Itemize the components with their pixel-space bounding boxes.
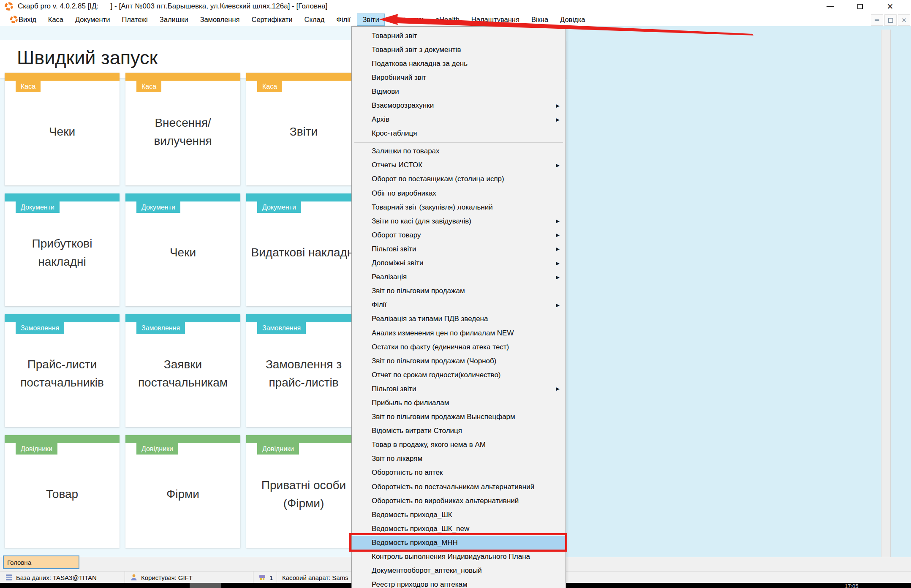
dropdown-menu-item[interactable]: Звіт по пільговим продажам (Чорноб) ▶ [352, 354, 566, 368]
dropdown-item-label: Анализ изменения цен по филиалам NEW [372, 329, 514, 338]
dropdown-menu-item[interactable]: Звіт по лікарям ▶ [352, 452, 566, 466]
dropdown-item-label: Ведомость прихода_ШК_new [372, 525, 469, 533]
dropdown-menu-item[interactable]: Оборотність по виробниках альтернативний… [352, 494, 566, 508]
window-title-bar: Скарб pro v. 4.0.2.85 [ІД: ] - [Апт №003… [0, 0, 911, 13]
dropdown-item-label: Оборотність по виробниках альтернативний [372, 497, 519, 505]
dropdown-menu-item[interactable]: Остатки по факту (единичная атека тест) … [352, 340, 566, 354]
dropdown-menu-item[interactable]: Виробничий звіт ▶ [352, 71, 566, 84]
dropdown-menu-item[interactable]: Прибыль по филиалам ▶ [352, 396, 566, 410]
dropdown-item-label: Обіг по виробниках [372, 189, 436, 198]
quick-launch-tile[interactable]: Каса Внесення/вилучення [125, 73, 240, 185]
tile-label: Звіти [250, 81, 358, 183]
menu-bar-item[interactable]: Налаштування [466, 14, 525, 25]
menu-bar-item[interactable]: eHealth [430, 14, 465, 25]
dropdown-menu-item[interactable]: Ведомость прихода_ШК_new ▶ [352, 522, 566, 536]
menu-bar-item[interactable]: Філії [331, 14, 356, 25]
quick-launch-tile[interactable]: Каса Звіти [246, 73, 361, 185]
quick-launch-tile[interactable]: Документи Прибуткові накладні [5, 193, 120, 306]
quick-launch-tile[interactable]: Замовлення Замовлення з прайс-листів [246, 314, 361, 427]
dropdown-menu-item[interactable]: Звіт по пільговим продажам ▶ [352, 284, 566, 298]
submenu-arrow-icon: ▶ [556, 275, 560, 280]
tile-label: Чеки [129, 201, 237, 304]
menu-bar-item[interactable]: Каса [43, 14, 68, 25]
quick-launch-tile[interactable]: Замовлення Прайс-листи постачальників [5, 314, 120, 427]
menu-bar-item[interactable]: Вікна [526, 14, 553, 25]
taskbar-item[interactable] [190, 583, 221, 588]
dropdown-menu-item[interactable]: Контроль выполнения Индивидуального План… [352, 550, 566, 564]
menu-bar-item[interactable]: Замовлення [195, 14, 245, 25]
mdi-restore-button[interactable] [884, 14, 897, 26]
menu-bar-item[interactable]: Склад [299, 14, 330, 25]
dropdown-item-label: Пільгові звіти [372, 385, 416, 393]
dropdown-menu-item[interactable]: Відомість витрати Столиця ▶ [352, 424, 566, 438]
dropdown-menu-item[interactable]: Товар в продажу, якого нема в АМ ▶ [352, 438, 566, 452]
dropdown-item-label: Звіт по пільговим продажам [372, 287, 465, 295]
status-database-text: База даних: TASA3@TITAN [16, 574, 97, 581]
minimize-button[interactable] [815, 0, 845, 13]
scrollbar-track[interactable] [881, 30, 891, 557]
dropdown-menu-item[interactable]: Реалізація ▶ [352, 270, 566, 284]
tile-accent-bar [5, 435, 120, 443]
dropdown-menu-item[interactable]: Оборот товару ▶ [352, 228, 566, 242]
dropdown-menu-item[interactable]: Звіти по касі (для завідувачів) ▶ [352, 214, 566, 228]
menu-bar-item[interactable]: Довідники [386, 14, 429, 25]
dropdown-menu-item[interactable]: Оборот по поставщикам (столица испр) ▶ [352, 172, 566, 186]
dropdown-menu-item[interactable]: Реестр приходов по аптекам ▶ [352, 578, 566, 588]
quick-launch-tile[interactable]: Каса Чеки [5, 73, 120, 185]
dropdown-menu-item[interactable]: Взаєморозрахунки ▶ [352, 98, 566, 112]
dropdown-menu-item[interactable]: Обіг по виробниках ▶ [352, 186, 566, 200]
dropdown-item-label: Оборотність по аптек [372, 468, 443, 477]
dropdown-menu-item[interactable]: ▶ [352, 141, 566, 144]
menu-bar-item[interactable]: Залишки [155, 14, 193, 25]
quick-launch-tile[interactable]: Документи Чеки [125, 193, 240, 306]
dropdown-menu-item[interactable]: Документооборот_аптеки_новый ▶ [352, 564, 566, 578]
quick-launch-tile[interactable]: Довідники Товар [5, 435, 120, 548]
dropdown-menu-item[interactable]: Товарний звіт ▶ [352, 29, 566, 43]
dropdown-item-label: Взаєморозрахунки [372, 101, 434, 110]
menu-bar-item[interactable]: Документи [70, 14, 115, 25]
menu-list: Вихід Каса Документи Платежі Залишки Зам… [0, 13, 911, 26]
dropdown-item-label: Архів [372, 115, 389, 124]
submenu-arrow-icon: ▶ [556, 163, 560, 168]
dropdown-menu-item[interactable]: Анализ изменения цен по филиалам NEW ▶ [352, 326, 566, 340]
restore-button[interactable] [845, 0, 875, 13]
menu-bar-item[interactable]: Звіти [357, 14, 384, 25]
dropdown-menu-item[interactable]: Звіт по пільговим продажам Вынспецфарм ▶ [352, 410, 566, 424]
quick-launch-tile[interactable]: Замовлення Заявки постачальникам [125, 314, 240, 427]
dropdown-item-label: Допоміжні звіти [372, 259, 423, 267]
dropdown-menu-item[interactable]: Товарний звіт з документів ▶ [352, 43, 566, 57]
menu-bar-item[interactable]: Платежі [117, 14, 152, 25]
mdi-minimize-button[interactable] [871, 14, 883, 26]
dropdown-menu-item[interactable]: Відмови ▶ [352, 84, 566, 98]
menu-bar-item[interactable]: Сертифікати [246, 14, 297, 25]
dropdown-item-label: Залишки по товарах [372, 147, 440, 155]
dropdown-menu-item[interactable]: Крос-таблиця ▶ [352, 127, 566, 141]
dropdown-menu-item[interactable]: Пільгові звіти ▶ [352, 382, 566, 396]
dropdown-menu-item[interactable]: Оборотність по постачальникам альтернати… [352, 480, 566, 494]
dropdown-menu-item[interactable]: Філії ▶ [352, 298, 566, 312]
dropdown-menu-item[interactable]: Ведомость прихода_ШК ▶ [352, 508, 566, 522]
quick-launch-tile[interactable]: Довідники Приватні особи (Фірми) [246, 435, 361, 548]
dropdown-menu-item[interactable]: Реалізація за типами ПДВ зведена ▶ [352, 312, 566, 326]
mdi-window-controls: ✕ [871, 14, 911, 26]
dropdown-menu-item[interactable]: Ведомость прихода_МНН ▶ [352, 536, 566, 550]
dropdown-menu-item[interactable]: Залишки по товарах ▶ [352, 144, 566, 158]
dropdown-menu-item[interactable]: Отчеты ИСТОК ▶ [352, 158, 566, 172]
dropdown-menu-item[interactable]: Пільгові звіти ▶ [352, 242, 566, 256]
dropdown-menu-item[interactable]: Отчет по срокам годности(количество) ▶ [352, 368, 566, 382]
dropdown-menu-item[interactable]: Податкова накладна за день ▶ [352, 57, 566, 71]
dropdown-menu-item[interactable]: Оборотність по аптек ▶ [352, 466, 566, 480]
dropdown-menu-item[interactable]: Допоміжні звіти ▶ [352, 256, 566, 270]
tile-accent-bar [125, 435, 240, 443]
dropdown-menu-item[interactable]: Архів ▶ [352, 113, 566, 127]
menu-bar-item[interactable]: Довідка [555, 14, 590, 25]
quick-launch-tile[interactable]: Документи Видаткові накладні [246, 193, 361, 306]
quick-launch-tile[interactable]: Довідники Фірми [125, 435, 240, 548]
tile-accent-bar [125, 73, 240, 81]
dropdown-menu-item[interactable]: Товарний звіт (закупівля) локальний ▶ [352, 200, 566, 214]
tab-holovna[interactable]: Головна [3, 555, 79, 569]
status-register-count: 1 [253, 572, 277, 583]
dropdown-item-label: Оборотність по постачальникам альтернати… [372, 483, 534, 491]
close-button[interactable]: ✕ [875, 0, 905, 13]
mdi-close-button[interactable]: ✕ [898, 14, 910, 26]
